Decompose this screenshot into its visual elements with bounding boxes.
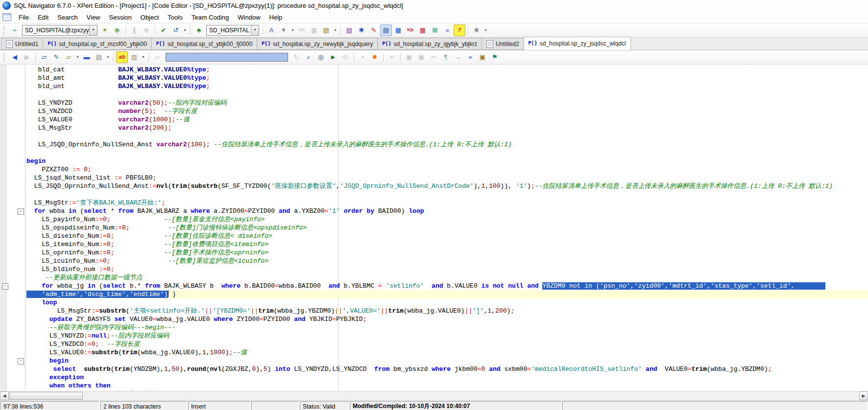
settings-gear-icon[interactable]: ✱	[471, 24, 482, 36]
profiler-icon[interactable]: ✱	[356, 24, 367, 36]
compile-icon[interactable]: »	[464, 51, 476, 63]
code-line: exception	[0, 373, 868, 382]
menu-item-window[interactable]: Window	[233, 12, 265, 23]
filter-icon[interactable]: ▼	[278, 24, 289, 36]
procedure-icon: P()	[156, 41, 165, 46]
copy-icon[interactable]: ▣	[403, 51, 415, 63]
columns-view-icon[interactable]: ▥	[128, 51, 140, 63]
sql-editor-icon[interactable]: SQL	[405, 24, 416, 36]
tab-untitled1[interactable]: Untitled1	[1, 38, 43, 50]
scroll-right-button[interactable]: ▶	[859, 391, 868, 400]
extract-ddl-icon[interactable]: ▤	[320, 24, 332, 36]
menu-item-object[interactable]: Object	[136, 12, 164, 23]
mdi-child-icon[interactable]	[2, 13, 11, 21]
hierarchy-icon[interactable]: ⊞	[429, 24, 441, 36]
code-editor[interactable]: bld_cat BAJK_WLBASY.VALUE0%type; bld_amt…	[0, 65, 868, 391]
code-line: loop	[0, 298, 868, 307]
commit-icon[interactable]: ✔	[158, 24, 169, 36]
grid-toggle-icon[interactable]: ▦	[308, 24, 320, 36]
code-line: LS_YNDYZD := --院内字段对应编码	[0, 390, 868, 391]
tab-sd-hospital-sp-sf-mzsf00-ybjk00[interactable]: P()sd_hospital.sp_sf_mzsf00_ybjk00	[43, 38, 151, 50]
menu-item-session[interactable]: Session	[105, 12, 136, 23]
scrollbar-thumb[interactable]	[9, 392, 83, 400]
dropdown-arrow-icon[interactable]: ▾	[105, 52, 111, 63]
find-objects-icon[interactable]: A	[265, 24, 277, 36]
forward-icon[interactable]: ▶	[21, 51, 33, 63]
code-text[interactable]: bld_cat BAJK_WLBASY.VALUE0%type; bld_amt…	[0, 66, 868, 391]
output-list-icon[interactable]: ≡	[386, 51, 398, 63]
code-line: bld_unt BAJK_WLBASY.VALUE0%type;	[0, 82, 868, 91]
open-file-icon[interactable]: ▱	[63, 51, 74, 63]
tab-sd-hospital-sp-zy-jsqdsc-wlqdcl[interactable]: P()sd_hospital.sp_zy_jsqdsc_wlqdcl	[524, 37, 631, 50]
help-icon[interactable]: ?	[454, 24, 465, 36]
tab-sd-hospital-sp-sf-ybjk00-fj0000[interactable]: P()sd_hospital.sp_sf_ybjk00_fj0000	[151, 38, 257, 50]
tab-sd-hospital-sp-zy-qjybjk-ybjkrz[interactable]: P()sd_hospital.sp_zy_qjybjk_ybjkrz	[377, 38, 482, 50]
tab-untitled2[interactable]: Untitled2	[482, 38, 523, 50]
format-code-icon[interactable]: ¶	[440, 51, 452, 63]
web-support-icon[interactable]: ⊕	[111, 24, 123, 36]
menu-item-file[interactable]: File	[14, 12, 33, 23]
data-grid-icon[interactable]: ▦	[417, 24, 429, 36]
dropdown-arrow-icon[interactable]: ▾	[141, 52, 146, 63]
code-line	[0, 149, 868, 157]
session-combo[interactable]: SD_HOSPITAL@zpxzyy(1)▾	[22, 25, 97, 36]
session-wizard-icon[interactable]: ☀	[99, 24, 111, 36]
visual-object-icon[interactable]: ▧	[343, 24, 355, 36]
refresh-icon[interactable]: ↻	[290, 51, 302, 63]
describe-icon[interactable]: ▱	[151, 51, 163, 63]
find-in-code-icon[interactable]: ▣	[477, 51, 488, 63]
connect-session-icon[interactable]: ⌁	[9, 24, 21, 36]
fold-collapse-icon[interactable]: −	[18, 358, 24, 364]
menu-item-search[interactable]: Search	[53, 12, 82, 23]
dropdown-arrow-icon[interactable]: ▾	[333, 25, 338, 36]
toolbar-grip[interactable]	[3, 53, 7, 62]
cut-icon[interactable]: ✂	[428, 51, 439, 63]
grid-viewer-icon[interactable]: ▦	[392, 24, 404, 36]
dropdown-arrow-icon[interactable]: ▾	[182, 25, 188, 36]
menu-item-team-coding[interactable]: Team Coding	[187, 12, 234, 23]
indent-icon[interactable]: →	[452, 51, 464, 63]
code-line: LS_jsqd_Notsend_list := PBFSLB0;	[0, 174, 868, 182]
find-next-icon[interactable]: ◎	[315, 51, 327, 63]
schema-tree-icon[interactable]: ♣	[193, 24, 205, 36]
sql-toggle-icon[interactable]: SQL	[296, 24, 308, 36]
window-title: SQL Navigator 6.7.0 - XPert Edition - [P…	[14, 2, 403, 9]
rollback-icon[interactable]: ↺	[170, 24, 182, 36]
horizontal-scrollbar[interactable]: ◀ ▶	[0, 391, 868, 400]
auto-complete-icon[interactable]: ab	[116, 51, 128, 63]
execute-icon[interactable]: ►	[327, 51, 339, 63]
paste-icon[interactable]: ▣	[415, 51, 427, 63]
menu-item-tools[interactable]: Tools	[163, 12, 187, 23]
back-icon[interactable]: ◀	[9, 51, 21, 63]
dropdown-arrow-icon[interactable]: ▾	[483, 25, 488, 36]
menu-item-view[interactable]: View	[82, 12, 105, 23]
print-icon[interactable]: ▤	[93, 51, 105, 63]
save-icon[interactable]: ▬	[81, 51, 93, 63]
halt-icon[interactable]: ⊘	[339, 51, 351, 63]
chevron-down-icon[interactable]: ▾	[251, 25, 259, 35]
dropdown-arrow-icon[interactable]: ▾	[290, 25, 295, 36]
dropdown-arrow-icon[interactable]: ▾	[75, 52, 80, 63]
menu-item-help[interactable]: Help	[265, 12, 287, 23]
code-line: for wbba_jg in (select b.* from BAJK_WLB…	[0, 282, 868, 290]
chevron-down-icon[interactable]: ▾	[89, 25, 97, 35]
schema-combo[interactable]: SD_HOSPITAL▾	[206, 25, 259, 36]
explain-plan-icon[interactable]: ✹	[369, 51, 381, 63]
stop-session-icon[interactable]: ⊗	[141, 24, 152, 36]
tab-sd-hospital-sp-zy-newybjk-jsqdquery[interactable]: P()sd_hospital.sp_zy_newybjk_jsqdquery	[257, 38, 377, 50]
new-doc-icon[interactable]: ▱	[38, 51, 50, 63]
output-viewer-icon[interactable]: ▤	[380, 24, 392, 36]
fold-collapse-icon[interactable]: −	[18, 208, 24, 215]
edit-object-icon[interactable]: ✎	[368, 24, 380, 36]
fast-forward-icon[interactable]: »	[441, 24, 453, 36]
scroll-left-button[interactable]: ◀	[0, 391, 9, 400]
goto-line-icon[interactable]: ⌕	[303, 51, 314, 63]
check-syntax-icon[interactable]: ✎	[50, 51, 62, 63]
toolbar-grip[interactable]	[3, 26, 7, 35]
step-over-icon[interactable]: --	[357, 51, 368, 63]
menu-item-edit[interactable]: Edit	[33, 12, 53, 23]
fold-collapse-icon[interactable]: −	[2, 283, 8, 290]
bookmark-flag-icon[interactable]: ⚑	[489, 51, 501, 63]
pause-icon[interactable]: ∥	[128, 24, 140, 36]
editor-search-input[interactable]	[166, 53, 288, 62]
